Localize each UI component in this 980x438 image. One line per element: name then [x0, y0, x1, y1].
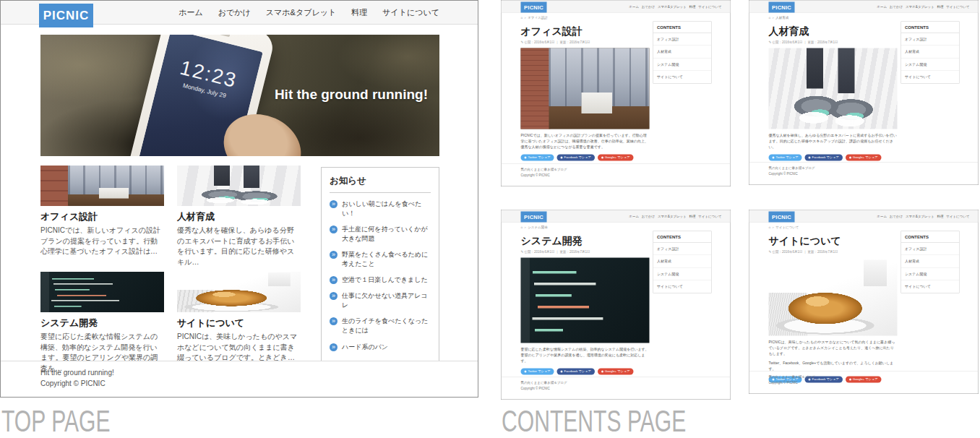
- button-label: Facebook でシェア: [564, 155, 591, 160]
- nav-item-home[interactable]: ホーム: [179, 7, 203, 18]
- sneakers-photo: [769, 48, 898, 129]
- news-link[interactable]: » おいしい朝ごはんを食べたい！: [330, 199, 431, 218]
- footer-tagline: 気の向くままに書き綴るブログ: [769, 165, 979, 171]
- contents-page-system-mockup: PICNIC ホーム おでかけ スマホ&タブレット 料理 サイトについて ⌂ ＞…: [501, 210, 731, 400]
- card-system[interactable]: システム開発 要望に応じた柔軟な情報システムの構築、効率的なシステム開発を行いま…: [40, 272, 164, 374]
- news-link[interactable]: » 野菜をたくさん食べるために考えたこと: [330, 250, 431, 269]
- sidebar-item-jinzai[interactable]: 人材育成: [653, 46, 711, 59]
- article-text: 優秀な人材を確保し、あらゆる分野のエキスパートに育成するお手伝いを行います。目的…: [769, 132, 898, 150]
- sidebar-item-office[interactable]: オフィス設計: [653, 33, 711, 46]
- pencil-icon: ✎: [521, 250, 524, 254]
- button-label: Twitter でシェア: [528, 369, 551, 374]
- article: サイトについて ✎ 公開：2016年6月1日 ｜ 更新：2016年7月1日 PI…: [769, 231, 898, 383]
- post-meta: ✎ 公開：2016年6月1日 ｜ 更新：2016年7月1日: [769, 250, 898, 255]
- news-link[interactable]: » 生のライチを食べたくなったときには: [330, 317, 431, 335]
- site-logo[interactable]: PICNIC: [769, 2, 795, 13]
- contents-page-office-mockup: PICNIC ホーム おでかけ スマホ&タブレット 料理 サイトについて ⌂ ＞…: [501, 0, 731, 186]
- twitter-share-button[interactable]: Twitter でシェア: [769, 154, 802, 160]
- news-link[interactable]: » 仕事に欠かせない道具アレコレ: [330, 291, 431, 310]
- sidebar-title: CONTENTS: [901, 231, 959, 243]
- twitter-share-button[interactable]: Twitter でシェア: [521, 368, 554, 374]
- article: システム開発 ✎ 公開：2016年6月1日 ｜ 更新：2016年7月1日 要望に…: [521, 231, 650, 375]
- main-nav[interactable]: ホーム おでかけ スマホ&タブレット 料理 サイトについて: [629, 1, 721, 13]
- sidebar-item-jinzai[interactable]: 人材育成: [901, 46, 959, 59]
- footer-copyright: Copyright © PICNIC: [769, 171, 979, 176]
- nav-item-cooking[interactable]: 料理: [351, 7, 367, 18]
- breadcrumb-separator: ＞: [523, 226, 527, 229]
- news-link[interactable]: » 手土産に何を持っていくかが大きな問題: [330, 225, 431, 244]
- home-icon: ⌂: [521, 16, 523, 20]
- phone-speaker: [208, 35, 230, 37]
- breadcrumb-page: サイトについて: [775, 226, 799, 229]
- sneakers-photo: [177, 166, 301, 206]
- main-nav[interactable]: ホーム おでかけ スマホ&タブレット 料理 サイトについて: [877, 1, 969, 13]
- site-logo[interactable]: PICNIC: [39, 4, 93, 27]
- breadcrumb[interactable]: ⌂ ＞ サイトについて: [769, 226, 979, 231]
- card-about[interactable]: サイトについて PICNICは、美味しかったものやスマホなどについて気の向くまま…: [177, 272, 301, 374]
- sidebar-item-office[interactable]: オフィス設計: [653, 243, 711, 256]
- croissant-photo: [177, 272, 301, 312]
- facebook-icon: [561, 370, 563, 372]
- site-header: PICNIC ホーム おでかけ スマホ&タブレット 料理 サイトについて: [749, 210, 979, 223]
- sidebar-item-system[interactable]: システム開発: [653, 59, 711, 72]
- card-office[interactable]: オフィス設計 PICNICでは、新しいオフィスの設計プランの提案を行っています。…: [40, 166, 164, 267]
- sidebar-item-jinzai[interactable]: 人材育成: [901, 255, 959, 268]
- sidebar-item-system[interactable]: システム開発: [901, 59, 959, 72]
- sidebar-item-about[interactable]: サイトについて: [653, 71, 711, 83]
- button-label: Google+ でシェア: [853, 155, 878, 160]
- post-meta: ✎ 公開：2016年6月1日 ｜ 更新：2016年7月1日: [521, 250, 650, 255]
- post-meta: ✎ 公開：2016年6月1日 ｜ 更新：2016年7月1日: [769, 40, 898, 46]
- googleplus-share-button[interactable]: Google+ でシェア: [598, 368, 634, 374]
- pencil-icon: ✎: [769, 40, 772, 44]
- hero-headline: Hit the ground running!: [275, 87, 428, 103]
- article-text: 要望に応じた柔軟な情報システムの構築、効率的なシステム開発を行います。要望のヒア…: [521, 346, 650, 364]
- news-text: 仕事に欠かせない道具アレコレ: [342, 291, 431, 310]
- button-label: Facebook でシェア: [564, 369, 591, 374]
- card-title: 人材育成: [177, 210, 301, 223]
- news-link[interactable]: » 空港で１日楽しんできました: [330, 275, 431, 285]
- home-icon: ⌂: [769, 226, 771, 229]
- card-excerpt: PICNICでは、新しいオフィスの設計プランの提案を行っています。行動心理学に基…: [40, 226, 164, 257]
- sidebar-item-about[interactable]: サイトについて: [653, 280, 711, 293]
- nav-item-about[interactable]: サイトについて: [382, 7, 439, 18]
- breadcrumb-separator: ＞: [771, 16, 775, 20]
- card-jinzai[interactable]: 人材育成 優秀な人材を確保し、あらゆる分野のエキスパートに育成するお手伝いを行い…: [177, 166, 301, 267]
- nav-item-odekake[interactable]: おでかけ: [218, 7, 251, 18]
- footer-copyright: Copyright © PICNIC: [769, 379, 979, 385]
- site-logo[interactable]: PICNIC: [521, 212, 547, 223]
- sidebar-item-jinzai[interactable]: 人材育成: [653, 255, 711, 268]
- news-text: ハード系のパン: [342, 343, 388, 352]
- sidebar-item-office[interactable]: オフィス設計: [901, 243, 959, 256]
- croissant-photo: [769, 258, 898, 336]
- nav-item-smartphone[interactable]: スマホ&タブレット: [266, 7, 336, 18]
- breadcrumb[interactable]: ⌂ ＞ オフィス設計: [521, 16, 731, 21]
- googleplus-share-button[interactable]: Google+ でシェア: [598, 154, 634, 160]
- footer-tagline: Hit the ground running!: [40, 367, 478, 378]
- breadcrumb[interactable]: ⌂ ＞ 人材育成: [769, 16, 979, 21]
- sidebar-item-system[interactable]: システム開発: [653, 268, 711, 281]
- share-buttons: Twitter でシェア Facebook でシェア Google+ でシェア: [769, 154, 898, 160]
- sidebar-item-office[interactable]: オフィス設計: [901, 33, 959, 46]
- arrow-circle-icon: »: [330, 200, 338, 208]
- news-link[interactable]: » ハード系のパン: [330, 343, 431, 352]
- main-nav[interactable]: ホーム おでかけ スマホ&タブレット 料理 サイトについて: [629, 210, 721, 223]
- breadcrumb[interactable]: ⌂ ＞ システム開発: [521, 226, 731, 231]
- facebook-share-button[interactable]: Facebook でシェア: [557, 154, 595, 160]
- facebook-share-button[interactable]: Facebook でシェア: [557, 368, 595, 374]
- sidebar-title: CONTENTS: [901, 22, 959, 33]
- twitter-icon: [525, 156, 527, 158]
- arrow-circle-icon: »: [330, 317, 338, 325]
- arrow-circle-icon: »: [330, 251, 338, 259]
- googleplus-share-button[interactable]: Google+ でシェア: [846, 154, 882, 160]
- sidebar-item-system[interactable]: システム開発: [901, 268, 959, 281]
- site-logo[interactable]: PICNIC: [521, 2, 547, 13]
- main-nav[interactable]: ホーム おでかけ スマホ&タブレット 料理 サイトについて: [877, 210, 969, 223]
- article: 人材育成 ✎ 公開：2016年6月1日 ｜ 更新：2016年7月1日 優秀な人材…: [769, 22, 898, 161]
- sidebar-item-about[interactable]: サイトについて: [901, 71, 959, 83]
- site-logo[interactable]: PICNIC: [769, 212, 795, 223]
- facebook-share-button[interactable]: Facebook でシェア: [805, 154, 843, 160]
- twitter-share-button[interactable]: Twitter でシェア: [521, 154, 554, 160]
- post-meta: ✎ 公開：2016年6月1日 ｜ 更新：2016年7月1日: [521, 40, 650, 46]
- sidebar-item-about[interactable]: サイトについて: [901, 280, 959, 293]
- news-text: 手土産に何を持っていくかが大きな問題: [342, 225, 431, 244]
